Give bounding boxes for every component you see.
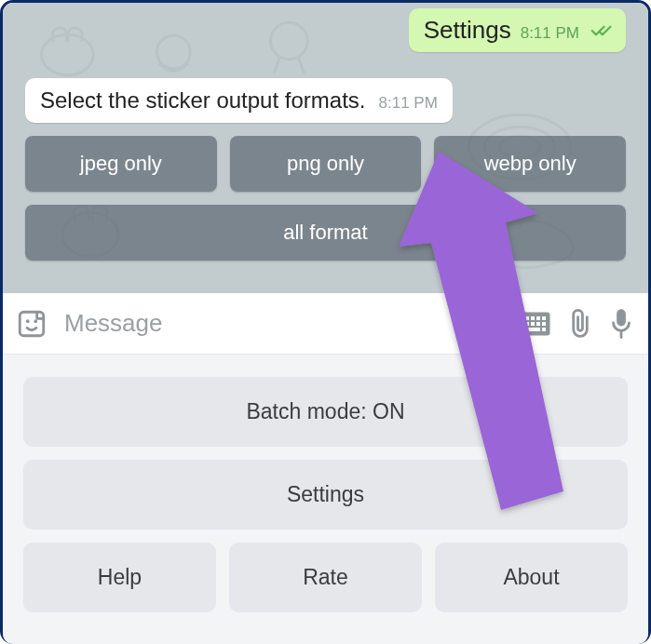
svg-rect-7 (20, 312, 44, 336)
sticker-icon[interactable] (16, 308, 47, 340)
inline-button-webp-only[interactable]: webp only (434, 136, 626, 192)
svg-rect-15 (542, 316, 546, 320)
incoming-message-bubble[interactable]: Select the sticker output formats. 8:11 … (25, 78, 453, 123)
inline-button-all-format[interactable]: all format (25, 205, 626, 261)
inline-button-png-only[interactable]: png only (230, 136, 422, 192)
svg-rect-21 (520, 328, 523, 331)
svg-point-1 (157, 35, 191, 69)
incoming-message-time: 8:11 PM (379, 94, 438, 113)
reply-button-help[interactable]: Help (23, 543, 216, 612)
svg-rect-16 (520, 322, 523, 326)
keyboard-toggle-icon[interactable] (514, 311, 551, 337)
reply-button-settings[interactable]: Settings (23, 460, 628, 530)
svg-rect-13 (531, 316, 535, 320)
incoming-message-text: Select the sticker output formats. (40, 87, 366, 114)
reply-button-batch-mode[interactable]: Batch mode: ON (23, 377, 628, 447)
svg-rect-11 (520, 316, 523, 320)
microphone-icon[interactable] (609, 308, 633, 340)
svg-rect-23 (542, 328, 546, 331)
reply-button-about[interactable]: About (435, 543, 628, 612)
message-input[interactable] (62, 305, 499, 342)
outgoing-message-bubble[interactable]: Settings 8:11 PM (409, 8, 626, 52)
svg-rect-18 (531, 322, 535, 326)
svg-rect-24 (617, 309, 626, 326)
svg-rect-20 (542, 322, 546, 326)
svg-rect-14 (536, 316, 540, 320)
inline-button-jpeg-only[interactable]: jpeg only (25, 136, 217, 192)
svg-point-8 (26, 319, 30, 323)
svg-rect-19 (536, 322, 540, 326)
reply-button-rate[interactable]: Rate (229, 543, 422, 612)
svg-rect-22 (525, 328, 540, 331)
svg-point-9 (34, 319, 37, 323)
svg-rect-17 (525, 322, 529, 326)
read-ticks-icon (590, 23, 613, 38)
svg-point-2 (271, 22, 308, 60)
inline-keyboard: jpeg only png only webp only all format (25, 123, 626, 261)
svg-point-0 (42, 34, 94, 75)
outgoing-message-time: 8:11 PM (521, 24, 579, 43)
outgoing-message-text: Settings (424, 16, 511, 45)
attach-icon[interactable] (566, 308, 594, 340)
svg-rect-12 (525, 316, 529, 320)
